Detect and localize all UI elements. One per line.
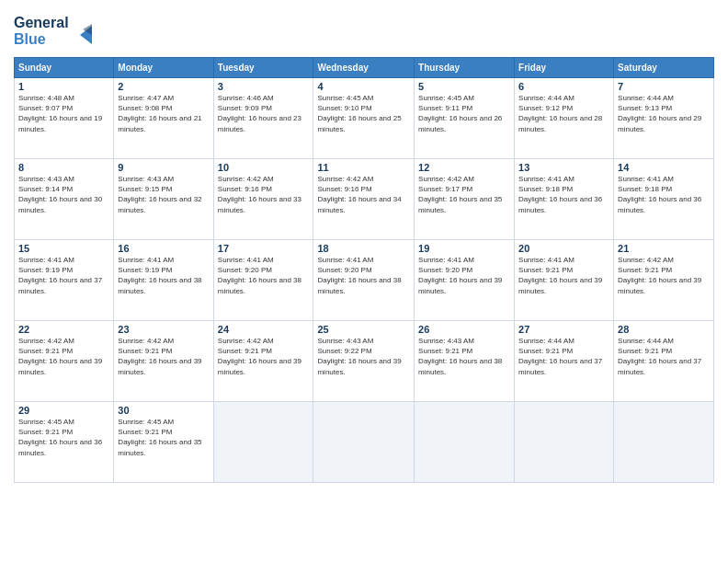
day-number: 24 — [218, 324, 310, 335]
day-number: 23 — [118, 324, 209, 335]
day-cell: 22Sunrise: 4:42 AM Sunset: 9:21 PM Dayli… — [15, 321, 114, 402]
day-cell: 26Sunrise: 4:43 AM Sunset: 9:21 PM Dayli… — [415, 321, 515, 402]
day-cell: 1Sunrise: 4:48 AM Sunset: 9:07 PM Daylig… — [15, 78, 114, 159]
day-cell: 29Sunrise: 4:45 AM Sunset: 9:21 PM Dayli… — [15, 402, 114, 483]
day-cell: 30Sunrise: 4:45 AM Sunset: 9:21 PM Dayli… — [114, 402, 213, 483]
day-cell: 2Sunrise: 4:47 AM Sunset: 9:08 PM Daylig… — [114, 78, 213, 159]
week-row-1: 1Sunrise: 4:48 AM Sunset: 9:07 PM Daylig… — [15, 78, 714, 159]
day-number: 4 — [317, 81, 410, 92]
calendar-body: 1Sunrise: 4:48 AM Sunset: 9:07 PM Daylig… — [15, 78, 714, 483]
day-number: 17 — [218, 243, 310, 254]
day-number: 16 — [118, 243, 209, 254]
day-info: Sunrise: 4:41 AM Sunset: 9:20 PM Dayligh… — [418, 255, 510, 296]
day-cell: 6Sunrise: 4:44 AM Sunset: 9:12 PM Daylig… — [515, 78, 614, 159]
day-cell: 21Sunrise: 4:42 AM Sunset: 9:21 PM Dayli… — [614, 240, 714, 321]
day-number: 2 — [118, 81, 209, 92]
day-number: 11 — [317, 162, 410, 173]
day-info: Sunrise: 4:41 AM Sunset: 9:20 PM Dayligh… — [218, 255, 310, 296]
week-row-2: 8Sunrise: 4:43 AM Sunset: 9:14 PM Daylig… — [15, 159, 714, 240]
day-info: Sunrise: 4:42 AM Sunset: 9:21 PM Dayligh… — [18, 336, 109, 377]
day-number: 18 — [317, 243, 410, 254]
day-cell: 10Sunrise: 4:42 AM Sunset: 9:16 PM Dayli… — [213, 159, 313, 240]
day-number: 14 — [618, 162, 710, 173]
day-info: Sunrise: 4:42 AM Sunset: 9:17 PM Dayligh… — [418, 174, 510, 215]
day-cell: 3Sunrise: 4:46 AM Sunset: 9:09 PM Daylig… — [213, 78, 313, 159]
header-cell-wednesday: Wednesday — [313, 58, 415, 78]
day-info: Sunrise: 4:41 AM Sunset: 9:18 PM Dayligh… — [618, 174, 710, 215]
day-info: Sunrise: 4:45 AM Sunset: 9:11 PM Dayligh… — [418, 93, 510, 134]
day-number: 6 — [518, 81, 609, 92]
day-number: 1 — [18, 81, 109, 92]
header-row: SundayMondayTuesdayWednesdayThursdayFrid… — [15, 58, 714, 78]
logo-svg: General Blue — [14, 9, 97, 50]
day-number: 7 — [618, 81, 710, 92]
day-cell: 5Sunrise: 4:45 AM Sunset: 9:11 PM Daylig… — [415, 78, 515, 159]
day-info: Sunrise: 4:41 AM Sunset: 9:19 PM Dayligh… — [118, 255, 209, 296]
day-info: Sunrise: 4:43 AM Sunset: 9:21 PM Dayligh… — [418, 336, 510, 377]
day-number: 12 — [418, 162, 510, 173]
day-cell: 19Sunrise: 4:41 AM Sunset: 9:20 PM Dayli… — [415, 240, 515, 321]
day-number: 29 — [18, 405, 109, 416]
header-cell-saturday: Saturday — [614, 58, 714, 78]
calendar-header: SundayMondayTuesdayWednesdayThursdayFrid… — [15, 58, 714, 78]
day-number: 22 — [18, 324, 109, 335]
day-info: Sunrise: 4:45 AM Sunset: 9:10 PM Dayligh… — [317, 93, 410, 134]
day-info: Sunrise: 4:42 AM Sunset: 9:21 PM Dayligh… — [218, 336, 310, 377]
day-info: Sunrise: 4:45 AM Sunset: 9:21 PM Dayligh… — [18, 417, 109, 458]
day-cell — [415, 402, 515, 483]
day-cell: 14Sunrise: 4:41 AM Sunset: 9:18 PM Dayli… — [614, 159, 714, 240]
week-row-4: 22Sunrise: 4:42 AM Sunset: 9:21 PM Dayli… — [15, 321, 714, 402]
day-cell — [614, 402, 714, 483]
day-cell — [213, 402, 313, 483]
header-cell-tuesday: Tuesday — [213, 58, 313, 78]
day-info: Sunrise: 4:46 AM Sunset: 9:09 PM Dayligh… — [218, 93, 310, 134]
day-cell: 11Sunrise: 4:42 AM Sunset: 9:16 PM Dayli… — [313, 159, 415, 240]
header-cell-sunday: Sunday — [15, 58, 114, 78]
day-cell: 12Sunrise: 4:42 AM Sunset: 9:17 PM Dayli… — [415, 159, 515, 240]
day-cell: 28Sunrise: 4:44 AM Sunset: 9:21 PM Dayli… — [614, 321, 714, 402]
day-info: Sunrise: 4:48 AM Sunset: 9:07 PM Dayligh… — [18, 93, 109, 134]
day-info: Sunrise: 4:43 AM Sunset: 9:15 PM Dayligh… — [118, 174, 209, 215]
day-info: Sunrise: 4:41 AM Sunset: 9:21 PM Dayligh… — [518, 255, 609, 296]
day-info: Sunrise: 4:44 AM Sunset: 9:13 PM Dayligh… — [618, 93, 710, 134]
day-number: 26 — [418, 324, 510, 335]
day-cell: 18Sunrise: 4:41 AM Sunset: 9:20 PM Dayli… — [313, 240, 415, 321]
day-cell — [313, 402, 415, 483]
day-info: Sunrise: 4:44 AM Sunset: 9:21 PM Dayligh… — [618, 336, 710, 377]
day-info: Sunrise: 4:41 AM Sunset: 9:20 PM Dayligh… — [317, 255, 410, 296]
week-row-3: 15Sunrise: 4:41 AM Sunset: 9:19 PM Dayli… — [15, 240, 714, 321]
day-info: Sunrise: 4:47 AM Sunset: 9:08 PM Dayligh… — [118, 93, 209, 134]
day-number: 21 — [618, 243, 710, 254]
day-info: Sunrise: 4:42 AM Sunset: 9:21 PM Dayligh… — [618, 255, 710, 296]
header-cell-monday: Monday — [114, 58, 213, 78]
header-cell-thursday: Thursday — [415, 58, 515, 78]
header-cell-friday: Friday — [515, 58, 614, 78]
day-number: 10 — [218, 162, 310, 173]
day-info: Sunrise: 4:41 AM Sunset: 9:18 PM Dayligh… — [518, 174, 609, 215]
day-cell: 9Sunrise: 4:43 AM Sunset: 9:15 PM Daylig… — [114, 159, 213, 240]
day-number: 20 — [518, 243, 609, 254]
day-number: 19 — [418, 243, 510, 254]
day-info: Sunrise: 4:42 AM Sunset: 9:16 PM Dayligh… — [218, 174, 310, 215]
day-info: Sunrise: 4:42 AM Sunset: 9:21 PM Dayligh… — [118, 336, 209, 377]
day-number: 13 — [518, 162, 609, 173]
day-cell: 7Sunrise: 4:44 AM Sunset: 9:13 PM Daylig… — [614, 78, 714, 159]
day-info: Sunrise: 4:45 AM Sunset: 9:21 PM Dayligh… — [118, 417, 209, 458]
day-cell: 15Sunrise: 4:41 AM Sunset: 9:19 PM Dayli… — [15, 240, 114, 321]
day-cell: 27Sunrise: 4:44 AM Sunset: 9:21 PM Dayli… — [515, 321, 614, 402]
day-info: Sunrise: 4:43 AM Sunset: 9:14 PM Dayligh… — [18, 174, 109, 215]
day-cell: 4Sunrise: 4:45 AM Sunset: 9:10 PM Daylig… — [313, 78, 415, 159]
day-number: 15 — [18, 243, 109, 254]
day-number: 25 — [317, 324, 410, 335]
svg-text:Blue: Blue — [14, 31, 46, 47]
day-number: 9 — [118, 162, 209, 173]
day-number: 27 — [518, 324, 609, 335]
logo: General Blue — [14, 9, 97, 50]
day-number: 5 — [418, 81, 510, 92]
day-cell: 8Sunrise: 4:43 AM Sunset: 9:14 PM Daylig… — [15, 159, 114, 240]
day-info: Sunrise: 4:43 AM Sunset: 9:22 PM Dayligh… — [317, 336, 410, 377]
day-info: Sunrise: 4:41 AM Sunset: 9:19 PM Dayligh… — [18, 255, 109, 296]
calendar-table: SundayMondayTuesdayWednesdayThursdayFrid… — [14, 57, 714, 483]
day-cell: 23Sunrise: 4:42 AM Sunset: 9:21 PM Dayli… — [114, 321, 213, 402]
day-number: 28 — [618, 324, 710, 335]
